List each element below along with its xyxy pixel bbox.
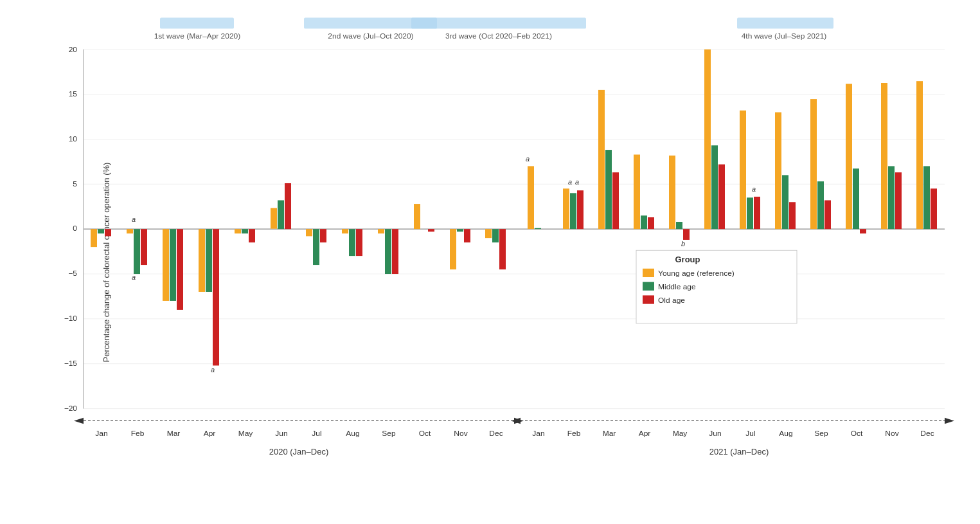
bar-may2021-old (683, 229, 690, 240)
svg-rect-18 (160, 18, 234, 29)
svg-rect-68 (643, 269, 654, 277)
svg-text:15: 15 (69, 89, 77, 98)
svg-text:Jul: Jul (745, 429, 755, 437)
bar-apr2020-old (213, 229, 219, 365)
bar-mar2021-middle (605, 150, 612, 229)
bar-mar2020-old (177, 229, 183, 310)
svg-text:Jan: Jan (532, 429, 544, 437)
bar-nov2020-old (464, 229, 470, 242)
svg-text:May: May (238, 429, 253, 437)
bar-oct2021-young (846, 84, 852, 229)
bar-may2020-middle (242, 229, 248, 233)
svg-text:a: a (211, 366, 215, 374)
svg-text:May: May (673, 429, 688, 437)
bar-oct2020-old (428, 229, 434, 231)
svg-text:Oct: Oct (419, 429, 431, 437)
svg-text:2020 (Jan–Dec): 2020 (Jan–Dec) (269, 447, 328, 456)
svg-text:Jan: Jan (95, 429, 107, 437)
bar-jul2020-middle (313, 229, 319, 265)
bar-feb2021-young (563, 188, 569, 229)
svg-text:5: 5 (73, 179, 77, 188)
svg-rect-22 (411, 18, 586, 29)
bar-jan2021-middle (535, 228, 541, 229)
svg-text:a: a (575, 178, 579, 186)
svg-text:Aug: Aug (779, 429, 792, 437)
bar-may2020-young (235, 229, 241, 233)
bar-nov2020-middle (457, 229, 463, 231)
bar-mar2021-young (598, 90, 605, 229)
svg-text:4th wave (Jul–Sep 2021): 4th wave (Jul–Sep 2021) (742, 32, 827, 40)
chart-container: Percentage change of colorectal cancer o… (0, 0, 980, 524)
bar-dec2021-old (931, 188, 937, 229)
bar-aug2021-young (775, 113, 781, 230)
bar-jul2020-young (306, 229, 312, 236)
bar-aug2021-old (789, 202, 796, 229)
bar-dec2021-middle (923, 166, 930, 229)
bar-dec2020-young (485, 229, 492, 238)
svg-text:0: 0 (73, 224, 77, 232)
bar-jun2021-young (704, 50, 711, 229)
svg-text:a: a (526, 155, 530, 163)
svg-text:a: a (752, 186, 756, 194)
svg-text:b: b (681, 240, 685, 248)
bar-jan2020-middle (98, 229, 104, 233)
bar-jun2020-middle (278, 200, 284, 229)
svg-text:−10: −10 (64, 314, 78, 322)
bar-apr2020-young (199, 229, 205, 292)
svg-text:Nov: Nov (454, 429, 467, 437)
bar-oct2021-old (860, 229, 866, 233)
svg-text:Sep: Sep (814, 429, 828, 437)
bar-jul2021-middle (747, 197, 753, 229)
bar-mar2020-young (163, 229, 169, 301)
bar-jan2020-old (105, 229, 111, 236)
bar-sep2020-young (378, 229, 384, 233)
svg-text:a: a (568, 178, 572, 186)
svg-text:Feb: Feb (567, 429, 581, 437)
bar-nov2021-young (881, 83, 887, 229)
svg-text:Group: Group (675, 256, 700, 265)
bar-apr2021-young (634, 154, 640, 229)
svg-text:−20: −20 (64, 404, 78, 413)
bar-apr2020-middle (206, 229, 212, 292)
bar-oct2020-young (414, 204, 420, 229)
bar-jul2021-young (740, 111, 746, 229)
bar-sep2021-old (824, 200, 831, 229)
bar-feb2020-old (141, 229, 147, 265)
bar-jun2020-young (271, 208, 277, 229)
bar-oct2021-middle (853, 168, 859, 229)
bar-apr2021-old (648, 217, 654, 229)
bar-aug2021-middle (782, 175, 788, 229)
bar-jan2020-young (91, 229, 97, 247)
bar-feb2020-middle (134, 229, 140, 274)
svg-text:3rd wave (Oct 2020–Feb 2021): 3rd wave (Oct 2020–Feb 2021) (445, 32, 552, 40)
svg-text:Jun: Jun (709, 429, 721, 437)
bar-nov2021-old (895, 172, 902, 229)
svg-marker-31 (945, 418, 954, 424)
bar-may2020-old (249, 229, 255, 242)
svg-text:−5: −5 (68, 269, 77, 277)
svg-rect-24 (737, 18, 833, 29)
bar-mar2021-old (612, 172, 619, 229)
bar-jul2021-old (754, 197, 760, 229)
bar-apr2021-middle (641, 215, 647, 229)
svg-text:Nov: Nov (885, 429, 898, 437)
bar-may2021-middle (676, 222, 682, 229)
svg-text:Apr: Apr (639, 429, 651, 437)
svg-text:Dec: Dec (920, 429, 934, 437)
bar-sep2021-young (810, 99, 817, 229)
bar-feb2020-young (127, 229, 133, 233)
svg-text:Old age: Old age (658, 296, 685, 304)
svg-rect-70 (643, 282, 654, 291)
bar-jun2021-old (718, 165, 725, 230)
bar-may2021-young (669, 156, 675, 229)
svg-text:2021 (Jan–Dec): 2021 (Jan–Dec) (709, 447, 769, 456)
svg-text:a: a (132, 215, 136, 223)
svg-text:1st wave (Mar–Apr 2020): 1st wave (Mar–Apr 2020) (154, 32, 241, 40)
bar-nov2021-middle (888, 166, 895, 229)
bar-feb2021-old (577, 190, 584, 229)
svg-text:Mar: Mar (603, 429, 616, 437)
svg-text:Apr: Apr (204, 429, 216, 437)
bar-sep2021-middle (817, 181, 824, 229)
bar-aug2020-young (342, 229, 348, 233)
svg-text:Oct: Oct (851, 429, 863, 437)
